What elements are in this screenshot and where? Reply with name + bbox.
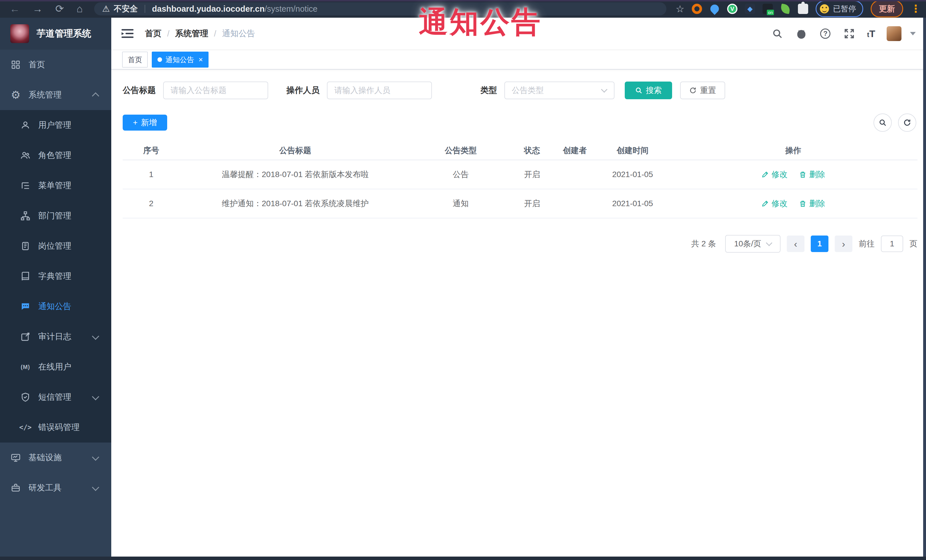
caret-down-icon[interactable] xyxy=(910,32,916,35)
table-header-row: 序号 公告标题 公告类型 状态 创建者 创建时间 操作 xyxy=(123,142,917,160)
add-button[interactable]: + 新增 xyxy=(123,115,167,131)
ext-icon-orange-ring[interactable] xyxy=(692,4,702,14)
refresh-table-button[interactable] xyxy=(898,113,916,132)
sidebar-item-users[interactable]: 用户管理 xyxy=(0,110,111,140)
question-icon[interactable]: ? xyxy=(819,27,832,40)
sidebar-logo-row[interactable]: 芋道管理系统 xyxy=(0,18,111,50)
edit-link[interactable]: 修改 xyxy=(761,198,788,209)
ext-icon-vue-devtools[interactable]: V xyxy=(727,4,737,14)
trash-icon xyxy=(799,200,806,207)
tag-notice[interactable]: 通知公告 × xyxy=(152,51,209,68)
close-icon[interactable]: × xyxy=(198,56,203,63)
ext-icon-blue-pin[interactable] xyxy=(710,4,720,14)
operator-filter-input[interactable] xyxy=(327,82,432,99)
sidebar-item-dict[interactable]: 字典管理 xyxy=(0,261,111,291)
app-logo xyxy=(10,24,29,43)
breadcrumb-item-home[interactable]: 首页 xyxy=(145,28,162,39)
sidebar-item-home[interactable]: 首页 xyxy=(0,50,111,80)
avatar[interactable] xyxy=(887,26,902,41)
delete-link[interactable]: 删除 xyxy=(799,169,825,180)
hamburger-toggle-icon[interactable] xyxy=(121,29,133,39)
address-bar[interactable]: ⚠ 不安全 dashboard.yudao.iocoder.cn /system… xyxy=(94,2,666,15)
url-path: /system/notice xyxy=(265,4,318,14)
ext-icon-green-leaf[interactable] xyxy=(780,4,790,14)
sidebar-item-label: 部门管理 xyxy=(38,210,71,222)
browser-nav-buttons: ← → ⟳ ⌂ xyxy=(10,4,83,14)
github-icon[interactable] xyxy=(795,27,808,40)
menu-tree-icon xyxy=(20,180,31,191)
breadcrumb-item-notice: 通知公告 xyxy=(222,28,255,39)
page-number-1[interactable]: 1 xyxy=(811,235,828,252)
message-icon xyxy=(20,301,31,312)
show-search-button[interactable] xyxy=(873,113,892,132)
table-row[interactable]: 2 维护通知：2018-07-01 若依系统凌晨维护 通知 开启 2021-01… xyxy=(123,189,917,219)
fullscreen-icon[interactable] xyxy=(843,27,856,40)
home-button[interactable]: ⌂ xyxy=(76,4,83,14)
title-filter-input[interactable] xyxy=(163,82,268,99)
sidebar-item-error-codes[interactable]: </> 错误码管理 xyxy=(0,412,111,442)
back-button[interactable]: ← xyxy=(10,4,20,14)
browser-menu-kebab-icon[interactable]: ⋮ xyxy=(911,4,921,14)
bookmark-star-icon[interactable]: ☆ xyxy=(676,3,684,15)
sidebar-item-roles[interactable]: 角色管理 xyxy=(0,140,111,171)
window-bottom-edge xyxy=(0,557,926,560)
sidebar-item-dev-tools[interactable]: 研发工具 xyxy=(0,473,111,503)
scrollbar-strip[interactable] xyxy=(923,18,926,557)
reload-button[interactable]: ⟳ xyxy=(55,4,64,14)
sidebar-item-audit-log[interactable]: 审计日志 xyxy=(0,322,111,352)
sidebar-item-posts[interactable]: 岗位管理 xyxy=(0,231,111,261)
page-size-value: 10条/页 xyxy=(734,238,761,249)
chrome-update-button[interactable]: 更新 xyxy=(871,0,903,17)
sidebar-item-system[interactable]: ⚙ 系统管理 xyxy=(0,80,111,110)
url-host: dashboard.yudao.iocoder.cn xyxy=(152,4,265,14)
sidebar-item-infrastructure[interactable]: 基础设施 xyxy=(0,442,111,473)
sidebar-item-departments[interactable]: 部门管理 xyxy=(0,201,111,231)
sidebar-item-label: 菜单管理 xyxy=(38,180,71,191)
sidebar-item-notice[interactable]: 通知公告 xyxy=(0,291,111,322)
sidebar-item-label: 错误码管理 xyxy=(38,422,80,433)
sidebar-item-label: 角色管理 xyxy=(38,150,71,161)
sidebar-item-label: 用户管理 xyxy=(38,119,71,131)
plus-icon: + xyxy=(133,118,138,127)
sidebar-menu: 首页 ⚙ 系统管理 用户管理 角色管理 xyxy=(0,50,111,557)
font-size-icon[interactable]: tT xyxy=(867,28,875,39)
tag-home[interactable]: 首页 xyxy=(122,51,148,68)
gear-icon: ⚙ xyxy=(10,89,21,100)
delete-link[interactable]: 删除 xyxy=(799,198,825,209)
sidebar-item-menus[interactable]: 菜单管理 xyxy=(0,171,111,201)
cell-created: 2021-01-05 xyxy=(596,170,669,179)
search-button[interactable]: 搜索 xyxy=(625,82,672,99)
ext-icon-blue-gem[interactable]: ◆ xyxy=(745,4,755,14)
browser-extensions-area: ☆ V ◆ 已暂停 更新 ⋮ xyxy=(676,0,921,17)
col-title: 公告标题 xyxy=(180,145,411,156)
edit-link[interactable]: 修改 xyxy=(761,169,788,180)
search-icon[interactable] xyxy=(771,27,784,40)
goto-label: 前往 xyxy=(859,238,875,249)
pagination: 共 2 条 10条/页 ‹ 1 › 前往 页 xyxy=(123,235,917,253)
table-row[interactable]: 1 温馨提醒：2018-07-01 若依新版本发布啦 公告 开启 2021-01… xyxy=(123,160,917,189)
ext-icon-switch-on[interactable] xyxy=(763,4,773,14)
breadcrumb-separator: / xyxy=(214,29,216,38)
breadcrumb: 首页 / 系统管理 / 通知公告 xyxy=(145,28,255,39)
goto-page-input[interactable] xyxy=(881,235,903,252)
next-page-button[interactable]: › xyxy=(835,235,852,252)
log-icon xyxy=(20,331,31,342)
sidebar-item-sms[interactable]: 短信管理 xyxy=(0,382,111,412)
prev-page-button[interactable]: ‹ xyxy=(787,235,805,252)
reset-button[interactable]: 重置 xyxy=(680,82,725,99)
extensions-puzzle-icon[interactable] xyxy=(798,4,808,14)
main-area: 首页 / 系统管理 / 通知公告 ? tT xyxy=(111,18,926,557)
magnifier-icon xyxy=(879,119,887,127)
cell-type: 通知 xyxy=(411,198,511,209)
toolbox-icon xyxy=(10,483,21,493)
breadcrumb-item-system[interactable]: 系统管理 xyxy=(175,28,208,39)
book-icon xyxy=(20,271,31,282)
tag-label: 通知公告 xyxy=(165,55,194,65)
page-size-select[interactable]: 10条/页 xyxy=(725,235,781,253)
sidebar-item-label: 字典管理 xyxy=(38,270,71,282)
sidebar-item-online-users[interactable]: (M) 在线用户 xyxy=(0,352,111,382)
type-select[interactable]: 公告类型 xyxy=(504,82,614,99)
forward-button[interactable]: → xyxy=(33,4,43,14)
profile-paused-pill[interactable]: 已暂停 xyxy=(816,1,863,17)
notice-table: 序号 公告标题 公告类型 状态 创建者 创建时间 操作 1 温馨提醒：2018-… xyxy=(123,142,917,219)
